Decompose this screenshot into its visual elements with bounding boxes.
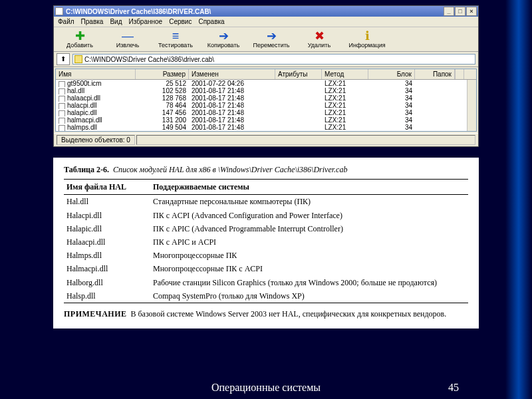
menu-view[interactable]: Вид <box>110 18 122 25</box>
column-headers: Имя Размер Изменен Атрибуты Метод Блок П… <box>56 69 476 80</box>
hal-filename: Halborg.dll <box>64 276 150 289</box>
table-row[interactable]: halmacpi.dll131 2002001-08-17 21:48LZX:2… <box>56 116 467 124</box>
table-row[interactable]: hal.dll102 5282001-08-17 21:48LZX:2134 <box>56 87 467 94</box>
copy-button[interactable]: ➔ Копировать <box>200 29 247 50</box>
folder-icon <box>74 55 82 63</box>
file-attr <box>275 87 322 94</box>
table-row[interactable]: halmps.dll149 5042001-08-17 21:48LZX:213… <box>56 124 467 131</box>
file-date: 2001-08-17 21:48 <box>189 94 275 102</box>
file-method: LZX:21 <box>322 80 368 87</box>
file-folders <box>415 87 455 94</box>
file-icon <box>59 88 65 95</box>
file-folders <box>415 102 455 109</box>
hal-filename: Halaacpi.dll <box>64 235 150 249</box>
toolbar-label: Тестировать <box>158 42 193 49</box>
address-field[interactable]: C:\WINDOWS\Driver Cache\i386\driver.cab\ <box>72 54 475 65</box>
file-size: 128 768 <box>136 94 189 102</box>
arrow-move-icon: ➔ <box>267 30 277 42</box>
address-text: C:\WINDOWS\Driver Cache\i386\driver.cab\ <box>84 56 214 63</box>
file-attr <box>275 109 322 116</box>
hal-filename: Halapic.dll <box>64 222 150 235</box>
test-button[interactable]: ≡ Тестировать <box>152 29 199 50</box>
file-icon <box>59 125 65 132</box>
menu-bar: Файл Правка Вид Избранное Сервис Справка <box>54 17 478 27</box>
hal-description: Многопроцессорные ПК с ACPI <box>150 262 468 275</box>
file-method: LZX:21 <box>322 124 368 131</box>
file-folders <box>415 124 455 131</box>
table-row: Halborg.dllРабочие станции Silicon Graph… <box>64 276 468 289</box>
file-date: 2001-07-22 04:26 <box>189 80 275 87</box>
table-row[interactable]: halacpi.dll78 4642001-08-17 21:48LZX:213… <box>56 102 467 109</box>
col-modified[interactable]: Изменен <box>189 69 275 79</box>
file-block: 34 <box>368 109 415 116</box>
menu-service[interactable]: Сервис <box>169 18 192 25</box>
file-icon <box>59 110 65 117</box>
file-attr <box>275 80 322 87</box>
hal-filename: Halmacpi.dll <box>64 262 150 275</box>
file-block: 34 <box>368 116 415 124</box>
info-button[interactable]: ℹ Информация <box>344 29 390 50</box>
file-name: halapic.dll <box>67 109 96 116</box>
table-row[interactable]: gt9500t.icm25 5122001-07-22 04:26LZX:213… <box>56 80 467 87</box>
file-size: 149 504 <box>136 124 189 131</box>
col-name[interactable]: Имя <box>56 69 136 79</box>
hal-filename: Hal.dll <box>64 195 150 209</box>
col-method[interactable]: Метод <box>322 69 368 79</box>
maximize-button[interactable]: □ <box>455 7 466 16</box>
file-size: 78 464 <box>136 102 189 109</box>
extract-button[interactable]: — Извлечь <box>104 29 151 50</box>
file-attr <box>275 102 322 109</box>
delete-button[interactable]: ✖ Удалить <box>296 29 342 50</box>
th-filename: Имя файла HAL <box>64 180 150 195</box>
close-button[interactable]: × <box>466 7 477 16</box>
scrollbar[interactable] <box>467 80 476 131</box>
table-row: Halmacpi.dllМногопроцессорные ПК с ACPI <box>64 262 468 275</box>
hal-filename: Halmps.dll <box>64 249 150 262</box>
move-button[interactable]: ➔ Переместить <box>248 29 295 50</box>
file-date: 2001-08-17 21:48 <box>189 102 275 109</box>
status-bar: Выделено объектов: 0 <box>54 133 478 146</box>
table-row: Halmps.dllМногопроцессорные ПК <box>64 249 468 262</box>
table-row: Halsp.dllCompaq SystemPro (только для Wi… <box>64 289 468 303</box>
file-size: 25 512 <box>136 80 189 87</box>
file-folders <box>415 109 455 116</box>
file-name: halmps.dll <box>67 124 97 131</box>
window-icon <box>55 7 63 15</box>
menu-help[interactable]: Справка <box>198 18 224 25</box>
book-excerpt: Таблица 2-6. Список модулей HAL для x86 … <box>53 158 479 329</box>
menu-file[interactable]: Файл <box>58 18 74 25</box>
col-folders[interactable]: Папок <box>415 69 455 79</box>
file-name: halmacpi.dll <box>67 116 102 124</box>
hal-filename: Halacpi.dll <box>64 209 150 222</box>
menu-favorites[interactable]: Избранное <box>128 18 162 25</box>
table-caption: Таблица 2-6. Список модулей HAL для x86 … <box>64 164 468 175</box>
col-size[interactable]: Размер <box>136 69 189 79</box>
file-attr <box>275 94 322 102</box>
table-row[interactable]: halapic.dll147 4562001-08-17 21:48LZX:21… <box>56 109 467 116</box>
toolbar-label: Извлечь <box>116 42 140 49</box>
col-attrs[interactable]: Атрибуты <box>275 69 322 79</box>
table-row: Halaacpi.dllПК с APIC и ACPI <box>64 235 468 249</box>
x-icon: ✖ <box>315 30 325 42</box>
book-note: ПРИМЕЧАНИЕ В базовой системе Windows Ser… <box>64 309 468 319</box>
menu-edit[interactable]: Правка <box>81 18 104 25</box>
file-date: 2001-08-17 21:48 <box>189 109 275 116</box>
file-date: 2001-08-17 21:48 <box>189 87 275 94</box>
hal-description: Compaq SystemPro (только для Windows XP) <box>150 289 468 303</box>
toolbar-label: Переместить <box>253 42 289 49</box>
table-row[interactable]: halaacpi.dll128 7682001-08-17 21:48LZX:2… <box>56 94 467 102</box>
file-size: 102 528 <box>136 87 189 94</box>
title-bar[interactable]: C:\WINDOWS\Driver Cache\I386\DRIVER.CAB\… <box>54 6 478 17</box>
col-block[interactable]: Блок <box>368 69 415 79</box>
add-button[interactable]: ✚ Добавить <box>57 29 103 50</box>
file-size: 131 200 <box>136 116 189 124</box>
toolbar-label: Копировать <box>207 42 239 49</box>
file-name: gt9500t.icm <box>67 80 102 87</box>
file-attr <box>275 116 322 124</box>
table-row: Halapic.dllПК с APIC (Advanced Programma… <box>64 222 468 235</box>
status-selected: Выделено объектов: 0 <box>57 135 135 145</box>
table-row: Halacpi.dllПК с ACPI (Advanced Configura… <box>64 209 468 222</box>
minimize-button[interactable]: _ <box>444 7 454 16</box>
up-button[interactable]: ⬆ <box>57 53 70 65</box>
file-method: LZX:21 <box>322 94 368 102</box>
